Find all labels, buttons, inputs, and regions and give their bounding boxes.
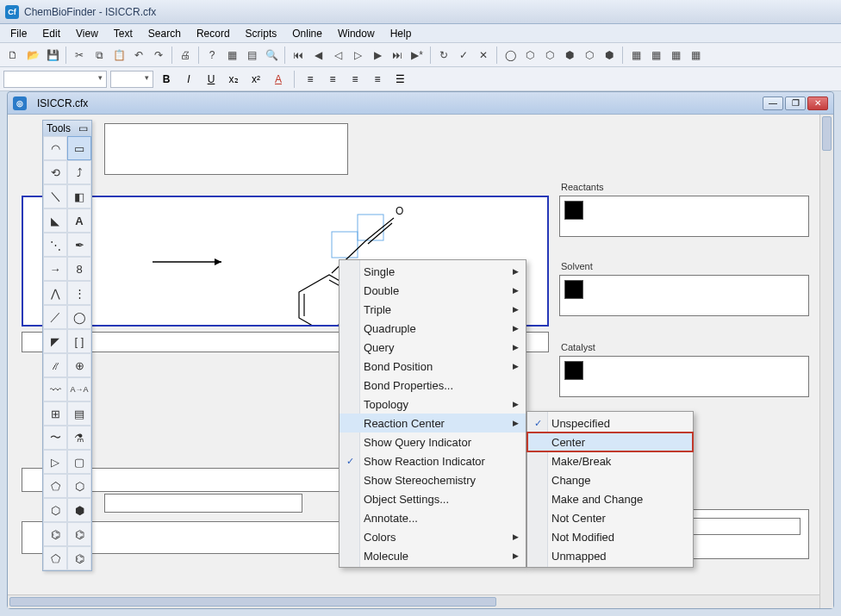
next-page-icon[interactable]: ▶ <box>368 46 387 65</box>
context-menu[interactable]: Single▶Double▶Triple▶Quadruple▶Query▶Bon… <box>339 259 526 568</box>
ctx-item-bond-position[interactable]: Bond Position▶ <box>340 357 526 376</box>
save-icon[interactable]: 💾 <box>43 46 62 65</box>
font-family-combo[interactable] <box>3 71 107 88</box>
bracket-tool-icon[interactable]: [ ] <box>67 329 91 353</box>
db2-icon[interactable]: ▦ <box>646 46 665 65</box>
align-center-icon[interactable]: ≡ <box>323 70 342 89</box>
redo-icon[interactable]: ↷ <box>149 46 168 65</box>
refresh-icon[interactable]: ↻ <box>434 46 453 65</box>
boat-tool-icon[interactable]: ⌬ <box>67 522 91 546</box>
benzene-tool-icon[interactable]: ⌬ <box>67 546 91 570</box>
octagon-tool-icon[interactable]: ⬢ <box>67 498 91 522</box>
last-record-icon[interactable]: ⏭ <box>388 46 407 65</box>
atom-map-tool-icon[interactable]: A→A <box>67 377 91 401</box>
doublebond-tool-icon[interactable]: ⫽ <box>43 353 67 377</box>
submenu-item-unmapped[interactable]: Unmapped <box>527 546 693 565</box>
align-right-icon[interactable]: ≡ <box>346 70 364 89</box>
chair-tool-icon[interactable]: ⌬ <box>43 522 67 546</box>
subscript-button[interactable]: x₂ <box>224 70 243 89</box>
hexagon-tool-icon[interactable]: ⬡ <box>67 474 91 498</box>
open-icon[interactable]: 📂 <box>23 46 42 65</box>
wave-tool-icon[interactable]: 〰 <box>43 377 67 401</box>
lonepair-tool-icon[interactable]: ⋮ <box>67 281 91 305</box>
tools-palette-title[interactable]: Tools ▭ <box>43 121 91 136</box>
list-icon[interactable]: ☰ <box>390 70 409 89</box>
zoom-icon[interactable]: 🔍 <box>262 46 281 65</box>
flask-tool-icon[interactable]: ⚗ <box>67 426 91 450</box>
circle1-icon[interactable]: ◯ <box>501 46 520 65</box>
ring-tool-icon[interactable]: ◯ <box>67 305 91 329</box>
font-size-combo[interactable] <box>110 71 153 88</box>
underline-button[interactable]: U <box>202 70 221 89</box>
structure3-icon[interactable]: ⬢ <box>560 46 579 65</box>
align-left-icon[interactable]: ≡ <box>301 70 320 89</box>
ctx-item-molecule[interactable]: Molecule▶ <box>340 546 526 565</box>
close-button[interactable]: ✕ <box>807 96 828 110</box>
undo-icon[interactable]: ↶ <box>129 46 148 65</box>
horizontal-scrollbar[interactable] <box>8 594 819 608</box>
lasso-tool-icon[interactable]: ◠ <box>43 136 67 160</box>
menu-search[interactable]: Search <box>141 26 188 41</box>
structure-tool-icon[interactable]: ⤴ <box>67 160 91 184</box>
heptagon-tool-icon[interactable]: ⬡ <box>43 498 67 522</box>
ctx-item-object-settings-[interactable]: Object Settings... <box>340 489 526 508</box>
db1-icon[interactable]: ▦ <box>626 46 645 65</box>
ctx-item-quadruple[interactable]: Quadruple▶ <box>340 319 526 338</box>
reaction-center-submenu[interactable]: Unspecified✓CenterMake/BreakChangeMake a… <box>526 411 694 568</box>
ctx-item-topology[interactable]: Topology▶ <box>340 395 526 414</box>
structure2-icon[interactable]: ⬡ <box>540 46 559 65</box>
paste-icon[interactable]: 📋 <box>109 46 128 65</box>
ctx-item-colors[interactable]: Colors▶ <box>340 527 526 546</box>
font-color-button[interactable]: A <box>269 70 288 89</box>
db3-icon[interactable]: ▦ <box>666 46 685 65</box>
table-tool-icon[interactable]: ⊞ <box>43 401 67 426</box>
marquee-tool-icon[interactable]: ▭ <box>67 136 91 160</box>
play-tool-icon[interactable]: ▷ <box>43 450 67 474</box>
wedge2-tool-icon[interactable]: ◤ <box>43 329 67 353</box>
menu-text[interactable]: Text <box>107 26 140 41</box>
menu-edit[interactable]: Edit <box>35 26 67 41</box>
pentagon-tool-icon[interactable]: ⬠ <box>43 474 67 498</box>
menu-view[interactable]: View <box>69 26 105 41</box>
select-icon[interactable]: ▦ <box>222 46 241 65</box>
submenu-item-not-center[interactable]: Not Center <box>527 508 693 527</box>
arrow-tool-icon[interactable]: → <box>43 257 67 281</box>
measure-tool-icon[interactable]: 〜 <box>43 426 67 450</box>
align-justify-icon[interactable]: ≡ <box>368 70 387 89</box>
rotate-tool-icon[interactable]: ⟲ <box>43 160 67 184</box>
minimize-button[interactable]: — <box>763 96 783 110</box>
chain-tool-icon[interactable]: ⋀ <box>43 281 67 305</box>
help-icon[interactable]: ? <box>202 46 221 65</box>
copy-icon[interactable]: ⧉ <box>90 46 109 65</box>
menu-online[interactable]: Online <box>285 26 329 41</box>
first-record-icon[interactable]: ⏮ <box>289 46 308 65</box>
ctx-item-show-stereochemistry[interactable]: Show Stereochemistry <box>340 470 526 489</box>
checkmark-icon[interactable]: ✓ <box>454 46 473 65</box>
superscript-button[interactable]: x² <box>246 70 265 89</box>
text-tool-icon[interactable]: A <box>67 208 91 233</box>
submenu-item-center[interactable]: Center <box>527 432 693 451</box>
ctx-item-single[interactable]: Single▶ <box>340 262 526 281</box>
submenu-item-unspecified[interactable]: Unspecified✓ <box>527 414 693 432</box>
bond-tool-icon[interactable]: ＼ <box>43 184 67 208</box>
cyclopentane-tool-icon[interactable]: ⬠ <box>43 546 67 570</box>
wedge-tool-icon[interactable]: ◣ <box>43 208 67 233</box>
form-field-3[interactable] <box>104 494 302 513</box>
tools-palette[interactable]: Tools ▭ ◠ ▭ ⟲ ⤴ ＼ ◧ ◣ A ⋱ ✒ → 8 ⋀ ⋮ ／ ◯ … <box>42 120 92 571</box>
menu-scripts[interactable]: Scripts <box>239 26 284 41</box>
menu-window[interactable]: Window <box>331 26 382 41</box>
structure5-icon[interactable]: ⬢ <box>600 46 619 65</box>
structure1-icon[interactable]: ⬡ <box>520 46 539 65</box>
prev-record-icon[interactable]: ◁ <box>328 46 347 65</box>
submenu-item-not-modified[interactable]: Not Modified <box>527 527 693 546</box>
menu-help[interactable]: Help <box>383 26 419 41</box>
db4-icon[interactable]: ▦ <box>686 46 705 65</box>
orbital-tool-icon[interactable]: 8 <box>67 257 91 281</box>
solvent-box[interactable] <box>559 275 809 316</box>
charge-tool-icon[interactable]: ⊕ <box>67 353 91 377</box>
vertical-scrollbar[interactable] <box>819 115 833 608</box>
pen-tool-icon[interactable]: ✒ <box>67 233 91 257</box>
prev-page-icon[interactable]: ◀ <box>308 46 327 65</box>
catalyst-box[interactable] <box>559 356 809 397</box>
ctx-item-annotate-[interactable]: Annotate... <box>340 508 526 527</box>
